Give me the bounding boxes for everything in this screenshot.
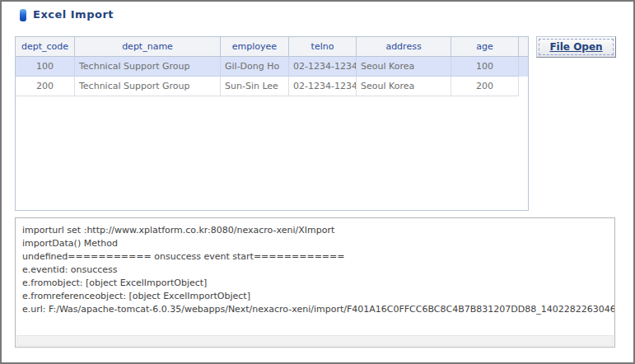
log-line: e.url: F:/Was/apache-tomcat-6.0.35/webap… [22, 303, 608, 316]
grid-cell-address[interactable]: Seoul Korea [357, 77, 451, 96]
grid-cell-dept_name[interactable]: Technical Support Group [75, 77, 221, 96]
log-line: e.fromreferenceobject: [object ExcelImpo… [22, 290, 608, 303]
grid-cell-address[interactable]: Seoul Korea [357, 57, 451, 77]
log-line: importData() Method [22, 237, 608, 250]
grid-cell-age[interactable]: 200 [451, 77, 519, 96]
table-row[interactable]: 200Technical Support GroupSun-Sin Lee02-… [16, 77, 528, 96]
page-title: Excel Import [33, 8, 114, 21]
header-cell-employee[interactable]: employee [221, 37, 289, 56]
department-grid[interactable]: dept_codedept_nameemployeetelnoaddressag… [15, 36, 529, 211]
grid-body: 100Technical Support GroupGil-Dong Ho02-… [16, 57, 528, 96]
title-bullet-icon [20, 9, 26, 21]
grid-cell-age[interactable]: 100 [451, 57, 519, 77]
header-cell-filler [519, 37, 528, 56]
header-cell-address[interactable]: address [357, 37, 451, 56]
grid-cell-telno[interactable]: 02-1234-1234 [289, 57, 357, 77]
file-open-button[interactable]: File Open [536, 36, 616, 58]
log-line: importurl set :http://www.xplatform.co.k… [22, 224, 608, 237]
grid-cell-telno[interactable]: 02-1234-1234 [289, 77, 357, 96]
excel-import-window: Excel Import dept_codedept_nameemployeet… [0, 0, 635, 364]
horizontal-scrollbar[interactable] [16, 335, 614, 346]
header-cell-dept_code[interactable]: dept_code [16, 37, 75, 56]
grid-cell-dept_code[interactable]: 100 [16, 57, 75, 77]
grid-cell-employee[interactable]: Sun-Sin Lee [221, 77, 289, 96]
log-line: undefined=========== onsuccess event sta… [22, 250, 608, 264]
grid-header-row: dept_codedept_nameemployeetelnoaddressag… [16, 37, 528, 57]
grid-cell-dept_name[interactable]: Technical Support Group [75, 57, 221, 77]
table-row[interactable]: 100Technical Support GroupGil-Dong Ho02-… [16, 57, 528, 77]
header-cell-telno[interactable]: telno [289, 37, 357, 56]
log-output-area[interactable]: importurl set :http://www.xplatform.co.k… [15, 217, 615, 348]
grid-cell-dept_code[interactable]: 200 [16, 77, 75, 96]
grid-cell-employee[interactable]: Gil-Dong Ho [221, 57, 289, 77]
header-cell-age[interactable]: age [451, 37, 519, 56]
log-lines: importurl set :http://www.xplatform.co.k… [16, 218, 614, 335]
header-cell-dept_name[interactable]: dept_name [75, 37, 221, 56]
log-line: e.fromobject: [object ExcelImportObject] [22, 277, 608, 290]
log-line: e.eventid: onsuccess [22, 264, 608, 277]
